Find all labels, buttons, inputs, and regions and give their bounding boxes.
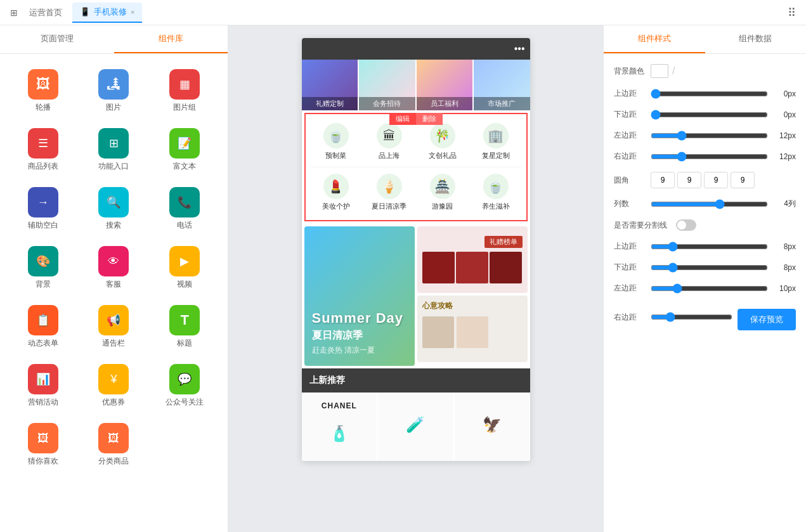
cat-item-4[interactable]: 🏢 复星定制 xyxy=(471,119,521,164)
tab-page-management[interactable]: 页面管理 xyxy=(0,25,114,53)
value-margin-right-1: 12px xyxy=(773,152,796,161)
phone-icon: 📞 xyxy=(169,187,200,217)
banner-item-3[interactable]: 员工福利 xyxy=(417,60,473,110)
slider-margin-left-1[interactable] xyxy=(651,131,768,141)
corner-bl[interactable] xyxy=(731,172,755,188)
color-swatch-row: / xyxy=(651,64,675,78)
product-cell-1[interactable]: CHANEL 🧴 xyxy=(302,393,377,461)
phone-header-bar: ••• xyxy=(302,38,530,60)
value-columns: 4列 xyxy=(773,198,796,209)
component-image-group[interactable]: ▦ 图片组 xyxy=(152,64,218,118)
tab-component-style[interactable]: 组件样式 xyxy=(604,25,705,53)
new-arrivals-header: 上新推荐 xyxy=(302,368,530,393)
coupon-icon: ¥ xyxy=(98,364,129,394)
cat-item-3[interactable]: 🎋 文创礼品 xyxy=(417,119,468,164)
component-category-goods[interactable]: 🖼 分类商品 xyxy=(81,418,147,472)
tab-home-label: 运营首页 xyxy=(29,7,62,18)
value-margin-bottom-2: 8px xyxy=(773,263,796,272)
prop-margin-right-1: 右边距 12px xyxy=(614,151,796,162)
promo-right-bottom[interactable]: 心意攻略 xyxy=(417,295,528,362)
prop-margin-bottom-1: 下边距 0px xyxy=(614,109,796,120)
tab-component-data[interactable]: 组件数据 xyxy=(705,25,807,53)
product-cell-3[interactable]: 🦅 xyxy=(455,393,530,461)
component-search[interactable]: 🔍 搜索 xyxy=(81,182,147,236)
tab-component-library[interactable]: 组件库 xyxy=(114,25,228,53)
phone-menu-dots[interactable]: ••• xyxy=(514,43,525,55)
banner-row: 礼赠定制 会务招待 员工福利 市场推广 xyxy=(302,60,530,110)
banner-item-4[interactable]: 市场推广 xyxy=(474,60,530,110)
component-video[interactable]: ▶ 视频 xyxy=(152,241,218,295)
product-image-1: 🧴 xyxy=(304,412,375,456)
component-phone[interactable]: 📞 电话 xyxy=(152,182,218,236)
center-canvas: ••• 礼赠定制 会务招待 员工福利 xyxy=(228,25,603,532)
component-bg[interactable]: 🎨 背景 xyxy=(10,241,76,295)
tab-mobile[interactable]: 📱 手机装修 × xyxy=(72,3,142,23)
color-box-white[interactable] xyxy=(651,64,668,78)
value-margin-left-2: 10px xyxy=(773,284,796,293)
cat-item-5[interactable]: 💄 美妆个护 xyxy=(311,170,361,215)
slider-margin-bottom-1[interactable] xyxy=(651,110,768,120)
corner-br[interactable] xyxy=(704,172,728,188)
product-image-2: 🧪 xyxy=(380,403,451,447)
label-margin-top-1: 上边距 xyxy=(614,88,646,99)
label-margin-right-1: 右边距 xyxy=(614,151,646,162)
cat-item-1[interactable]: 🍵 预制菜 xyxy=(311,119,361,164)
component-func-entry[interactable]: ⊞ 功能入口 xyxy=(81,123,147,177)
tab-home[interactable]: 运营首页 xyxy=(22,3,70,22)
component-image[interactable]: 🏞 图片 xyxy=(81,64,147,118)
category-section[interactable]: 编辑 删除 🍵 预制菜 🏛 品上海 🎋 文创礼品 xyxy=(304,113,528,221)
mobile-icon: 📱 xyxy=(80,7,90,16)
component-carousel[interactable]: 🖼 轮播 xyxy=(10,64,76,118)
edit-button[interactable]: 编辑 xyxy=(389,113,416,125)
promo-section: Summer Day 夏日清凉季 赶走炎热 清凉一夏 礼赠榜单 心意 xyxy=(302,224,530,368)
component-dynamic-menu[interactable]: 📋 动态表单 xyxy=(10,300,76,354)
component-product-list[interactable]: ☰ 商品列表 xyxy=(10,123,76,177)
component-guess[interactable]: 🖼 猜你喜欢 xyxy=(10,418,76,472)
slider-columns[interactable] xyxy=(651,199,768,209)
prop-margin-left-1: 左边距 12px xyxy=(614,130,796,141)
promo-subtitle: 夏日清凉季 xyxy=(312,329,407,342)
cat-item-2[interactable]: 🏛 品上海 xyxy=(364,119,415,164)
banner-item-2[interactable]: 会务招待 xyxy=(359,60,415,110)
promo-title: Summer Day xyxy=(312,310,407,327)
notice-icon: 📢 xyxy=(98,305,129,335)
component-marketing[interactable]: 📊 营销活动 xyxy=(10,359,76,413)
slider-margin-right-2[interactable] xyxy=(651,312,732,322)
cat-item-7[interactable]: 🏯 游豫园 xyxy=(417,170,468,215)
corner-tr[interactable] xyxy=(677,172,701,188)
component-notice[interactable]: 📢 通告栏 xyxy=(81,300,147,354)
toggle-divider[interactable] xyxy=(676,219,696,231)
slider-margin-left-2[interactable] xyxy=(651,283,768,294)
product-image-3: 🦅 xyxy=(457,403,528,447)
marketing-icon: 📊 xyxy=(28,364,58,394)
promo-left[interactable]: Summer Day 夏日清凉季 赶走炎热 清凉一夏 xyxy=(304,226,415,366)
component-blank[interactable]: → 辅助空白 xyxy=(10,182,76,236)
blank-icon: → xyxy=(28,187,58,217)
product-list-icon: ☰ xyxy=(28,128,58,159)
slider-margin-right-1[interactable] xyxy=(651,152,768,162)
cat-item-6[interactable]: 🍦 夏日清凉季 xyxy=(364,170,415,215)
banner-item-1[interactable]: 礼赠定制 xyxy=(302,60,358,110)
component-rich-text[interactable]: 📝 富文本 xyxy=(152,123,218,177)
label-margin-left-2: 左边距 xyxy=(614,283,646,294)
delete-button[interactable]: 删除 xyxy=(416,113,443,125)
slider-margin-top-1[interactable] xyxy=(651,89,768,99)
left-panel-tabs: 页面管理 组件库 xyxy=(0,25,228,54)
corner-inputs xyxy=(651,172,796,188)
corner-tl[interactable] xyxy=(651,172,675,188)
product-cell-2[interactable]: 🧪 xyxy=(378,393,453,461)
grid-dots-icon: ⠿ xyxy=(788,6,796,20)
close-tab-icon[interactable]: × xyxy=(131,8,134,16)
component-wechat[interactable]: 💬 公众号关注 xyxy=(152,359,218,413)
promo-right-top[interactable]: 礼赠榜单 xyxy=(417,226,528,293)
slider-margin-top-2[interactable] xyxy=(651,242,768,252)
component-service[interactable]: 👁 客服 xyxy=(81,241,147,295)
image-group-icon: ▦ xyxy=(169,69,200,100)
component-coupon[interactable]: ¥ 优惠券 xyxy=(81,359,147,413)
cat-item-8[interactable]: 🍵 养生滋补 xyxy=(471,170,521,215)
toggle-knob xyxy=(677,221,686,230)
slider-margin-bottom-2[interactable] xyxy=(651,263,768,273)
carousel-icon: 🖼 xyxy=(28,69,58,100)
component-title[interactable]: T 标题 xyxy=(152,300,218,354)
save-preview-button[interactable]: 保存预览 xyxy=(738,309,796,330)
